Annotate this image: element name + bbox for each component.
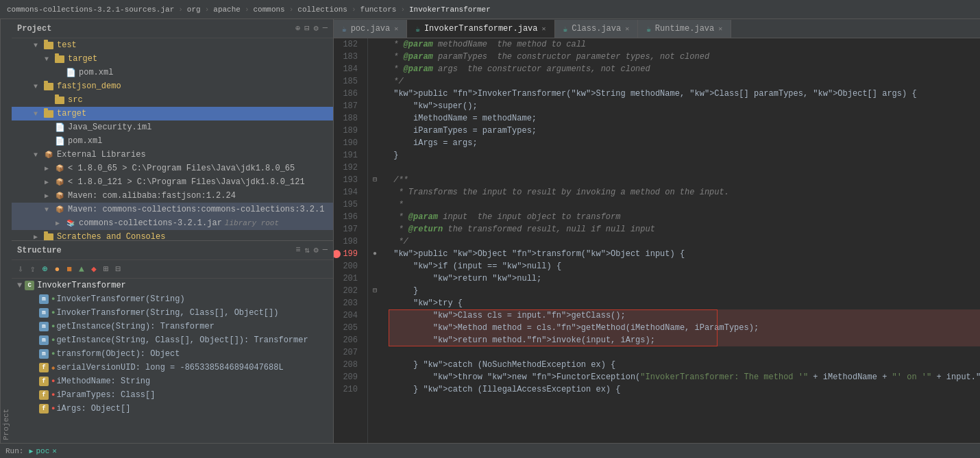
tree-item---1-8-0-121---c--program-files-java-jdk1-8-0-121[interactable]: ▶📦< 1.8.0_121 > C:\Program Files\Java\jd…: [12, 175, 333, 189]
tree-item---1-8-0-65---c--program-files-java-jdk1-8-0-65[interactable]: ▶📦< 1.8.0_65 > C:\Program Files\Java\jdk…: [12, 162, 333, 175]
filter-icon[interactable]: ⇅: [304, 245, 309, 255]
line-number-207[interactable]: 207: [334, 346, 362, 359]
structure-item[interactable]: m●getInstance(String, Class[], Object[])…: [12, 333, 333, 347]
method-label: transform(Object): Object: [56, 349, 180, 359]
tree-item-target[interactable]: ▼target: [12, 107, 333, 120]
tree-item-commons-collections-3-2-1-jar[interactable]: ▶📚commons-collections-3.2.1.jarlibrary r…: [12, 216, 333, 230]
close-icon[interactable]: —: [323, 23, 328, 34]
run-tab[interactable]: ▶ poc ✕: [29, 446, 56, 455]
line-number-205[interactable]: 205: [334, 322, 362, 334]
sort-icon[interactable]: ≡: [295, 245, 300, 255]
editor-tab-poc[interactable]: ☕poc.java✕: [334, 20, 407, 38]
line-number-191[interactable]: 191: [334, 149, 362, 162]
tree-label: Scratches and Consoles: [57, 232, 165, 240]
line-number-200[interactable]: 200: [334, 260, 362, 272]
tree-label: target: [57, 109, 86, 118]
collapse-icon[interactable]: ⊟: [304, 23, 309, 34]
struct-close-icon[interactable]: —: [323, 245, 328, 255]
tree-item-pom-xml[interactable]: 📄pom.xml: [12, 134, 333, 148]
tree-item-java-security-iml[interactable]: 📄Java_Security.iml: [12, 120, 333, 134]
tree-item-src[interactable]: src: [12, 93, 333, 107]
method-icon: m: [39, 322, 49, 331]
editor-tab-invoker[interactable]: ☕InvokerTransformer.java✕: [407, 20, 554, 38]
tree-item-maven--commons-collections-commons-collections-3-2-1[interactable]: ▼📦Maven: commons-collections:commons-col…: [12, 203, 333, 216]
line-number-206[interactable]: 206: [334, 334, 362, 346]
line-number-182[interactable]: 182: [334, 38, 362, 51]
code-container: 1821831841851861871881891901911921931941…: [334, 38, 980, 443]
show-static-btn[interactable]: ■: [64, 264, 74, 275]
tree-item-external-libraries[interactable]: ▼📦External Libraries: [12, 148, 333, 162]
run-tab-label: poc: [36, 447, 49, 455]
structure-item[interactable]: f◆serialVersionUID: long = -865338584689…: [12, 361, 333, 374]
code-line-184: * @param args the constructor arguments,…: [389, 63, 980, 75]
expand-btn[interactable]: ⊞: [101, 263, 111, 275]
editor-content[interactable]: 1821831841851861871881891901911921931941…: [334, 38, 980, 443]
editor-tab-class[interactable]: ☕Class.java✕: [555, 20, 639, 38]
tab-close-class[interactable]: ✕: [625, 25, 629, 33]
tree-label: pom.xml: [79, 68, 113, 77]
tab-close-runtime[interactable]: ✕: [718, 25, 722, 33]
tree-item-fastjson-demo[interactable]: ▼fastjson_demo: [12, 79, 333, 93]
line-number-192[interactable]: 192: [334, 162, 362, 174]
show-public-btn[interactable]: ▲: [77, 264, 86, 275]
show-fields-btn[interactable]: ●: [52, 264, 62, 275]
line-number-188[interactable]: 188: [334, 112, 362, 125]
editor-tab-runtime[interactable]: ☕Runtime.java✕: [638, 20, 731, 38]
structure-item[interactable]: f●iArgs: Object[]: [12, 402, 333, 416]
structure-item[interactable]: f●iMethodName: String: [12, 374, 333, 388]
tab-close-invoker[interactable]: ✕: [542, 25, 546, 33]
line-number-202[interactable]: 202: [334, 285, 362, 297]
structure-item[interactable]: f●iParamTypes: Class[]: [12, 388, 333, 402]
line-number-194[interactable]: 194: [334, 186, 362, 199]
editor-tabs: ☕poc.java✕☕InvokerTransformer.java✕☕Clas…: [334, 19, 980, 38]
sort-type-btn[interactable]: ⇪: [28, 263, 38, 275]
gutter-item-196: [368, 211, 382, 223]
line-number-201[interactable]: 201: [334, 272, 362, 285]
tab-close-poc[interactable]: ✕: [394, 25, 398, 33]
line-number-204[interactable]: 204: [334, 309, 362, 322]
sort-alpha-btn[interactable]: ⇩: [16, 263, 25, 275]
line-number-187[interactable]: 187: [334, 100, 362, 112]
structure-item[interactable]: m●getInstance(String): Transformer: [12, 320, 333, 333]
structure-item[interactable]: m●transform(Object): Object: [12, 347, 333, 361]
sync-icon[interactable]: ⊕: [295, 23, 300, 34]
line-number-190[interactable]: 190: [334, 137, 362, 149]
tree-item-test[interactable]: ▼test: [12, 38, 333, 52]
line-number-193[interactable]: 193: [334, 174, 362, 186]
run-close[interactable]: ✕: [52, 446, 57, 455]
settings-icon[interactable]: ⚙: [314, 23, 319, 34]
line-number-198[interactable]: 198: [334, 236, 362, 248]
line-number-208[interactable]: 208: [334, 359, 362, 371]
structure-header-icons: ≡ ⇅ ⚙ —: [295, 245, 328, 255]
line-number-189[interactable]: 189: [334, 125, 362, 137]
tree-item-target[interactable]: ▼target: [12, 52, 333, 66]
line-number-195[interactable]: 195: [334, 199, 362, 211]
structure-item[interactable]: m●InvokerTransformer(String, Class[], Ob…: [12, 306, 333, 320]
struct-settings-icon[interactable]: ⚙: [314, 245, 319, 255]
code-line-185: */: [389, 75, 980, 88]
show-private-btn[interactable]: ◆: [89, 263, 99, 275]
tree-item-scratches-and-consoles[interactable]: ▶Scratches and Consoles: [12, 230, 333, 240]
line-number-209[interactable]: 209: [334, 371, 362, 383]
tree-item-pom-xml[interactable]: 📄pom.xml: [12, 66, 333, 79]
show-inherited-btn[interactable]: ⊕: [40, 263, 50, 275]
structure-class-item[interactable]: ▼CInvokerTransformer: [12, 279, 333, 292]
tree-item-maven--com-alibaba-fastjson-1-2-24[interactable]: ▶📦Maven: com.alibaba:fastjson:1.2.24: [12, 189, 333, 203]
line-number-196[interactable]: 196: [334, 211, 362, 223]
tab-label-invoker: InvokerTransformer.java: [424, 24, 538, 34]
tab-label-poc: poc.java: [351, 24, 391, 34]
line-number-184[interactable]: 184: [334, 63, 362, 75]
code-line-207: [389, 346, 980, 359]
collapse-btn[interactable]: ⊟: [114, 263, 123, 275]
run-label: Run:: [5, 447, 23, 455]
line-number-183[interactable]: 183: [334, 51, 362, 63]
line-number-197[interactable]: 197: [334, 223, 362, 236]
structure-item[interactable]: m●InvokerTransformer(String): [12, 292, 333, 306]
line-number-185[interactable]: 185: [334, 75, 362, 88]
tab-icon-class: ☕: [563, 25, 568, 34]
line-number-186[interactable]: 186: [334, 88, 362, 100]
visibility-badge: ●: [51, 392, 55, 398]
line-number-210[interactable]: 210: [334, 383, 362, 396]
line-number-203[interactable]: 203: [334, 297, 362, 309]
line-number-199[interactable]: 199: [334, 248, 362, 260]
